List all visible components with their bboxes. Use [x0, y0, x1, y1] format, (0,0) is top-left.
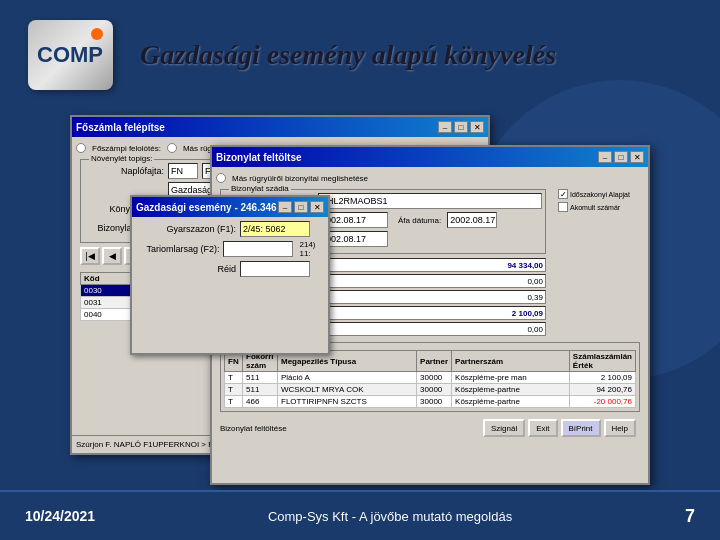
cell-fn: T: [225, 396, 243, 408]
window-front-maximize[interactable]: □: [614, 151, 628, 163]
window-small-content: Gyarszazon (F1): 2/45: 5062 Tariomlarsag…: [132, 217, 328, 284]
naplofajta-label: Naplófajta:: [84, 166, 164, 176]
cell-partner: 30000: [417, 372, 452, 384]
gyarszazon-input[interactable]: 2/45: 5062: [240, 221, 310, 237]
window-small-controls: – □ ✕: [278, 201, 324, 213]
cell-ertek: 94 200,76: [569, 384, 635, 396]
cell-ertek: -20 000,76: [569, 396, 635, 408]
gyarszazon-label: Gyarszazon (F1):: [136, 224, 236, 234]
main-content: Főszámla felépítse – □ ✕ Főszámpi feloló…: [0, 110, 720, 490]
window-front-minimize[interactable]: –: [598, 151, 612, 163]
cell-tipus: WCSKOLT MRYA COK: [278, 384, 417, 396]
bizonylat-feltol-label: Bizonylat feltöltése: [220, 424, 287, 433]
window-front-title: Bizonylat feltöltse: [216, 152, 302, 163]
status-text-back: Szúrjon F. NAPLÓ F1UPFERKNOI > FN...: [76, 440, 226, 449]
footer-page-number: 7: [685, 506, 695, 527]
footer-tagline: Comp-Sys Kft - A jövőbe mutató megoldás: [268, 509, 512, 524]
szignal-button[interactable]: Szignál: [483, 419, 525, 437]
action-area: Bizonylat feltöltése Szignál Exit BíPrin…: [220, 416, 640, 440]
window-front-titlebar: Bizonylat feltöltse – □ ✕: [212, 147, 648, 167]
window-back-maximize[interactable]: □: [454, 121, 468, 133]
window-small-minimize[interactable]: –: [278, 201, 292, 213]
exit-button[interactable]: Exit: [528, 419, 557, 437]
table-row[interactable]: T 511 Pláció A 30000 Köszpléme-pre man 2…: [225, 372, 636, 384]
tariomlarsag-label: Tariomlarsag (F2):: [136, 244, 219, 254]
logo-dot: [91, 28, 103, 40]
konyvteleres-front-input[interactable]: PHL2RMAOBS1: [318, 193, 542, 209]
table-row[interactable]: T 511 WCSKOLT MRYA COK 30000 Köszpléme-p…: [225, 384, 636, 396]
windows-area: Főszámla felépítse – □ ✕ Főszámpi feloló…: [70, 115, 650, 485]
front-table: FN Fókörri szám Megapezilés Típusa Partn…: [224, 350, 636, 408]
back-section-title: Növénylét topigs:: [89, 154, 154, 163]
col-szamlaszam: Számlaszámlán Érték: [569, 351, 635, 372]
tariomlarsag-suffix: 214) 11:: [299, 240, 324, 258]
logo-text: COMP: [37, 42, 103, 68]
help-button[interactable]: Help: [604, 419, 636, 437]
window-small: Gazdasági esemény - 246.346 – □ ✕ Gyarsz…: [130, 195, 330, 355]
cell-partner: 30000: [417, 384, 452, 396]
cell-pszam: Köszpléme-partne: [452, 396, 570, 408]
front-right-checkboxes: ✓ Időszakonyi Alapjat Akomult számár: [554, 185, 644, 340]
cell-szam: 511: [243, 372, 278, 384]
nav-first-back[interactable]: |◀: [80, 247, 100, 265]
window-front-controls: – □ ✕: [598, 151, 644, 163]
naplofajta-input[interactable]: FN: [168, 163, 198, 179]
front-table-container: FN Fókörri szám Megapezilés Típusa Partn…: [224, 346, 636, 408]
reid-input[interactable]: [240, 261, 310, 277]
logo-box: COMP: [28, 20, 113, 90]
radio-front-1[interactable]: [216, 173, 226, 183]
form-row-reid: Réid: [136, 261, 324, 277]
cell-tipus: Pláció A: [278, 372, 417, 384]
radio-naplofajta-label: Főszámpi felolótés:: [92, 144, 161, 153]
radio-front-1-label: Más rügryülről bizonyítai meglishetése: [232, 174, 368, 183]
reid-label: Réid: [136, 264, 236, 274]
btn-row-front: Szignál Exit BíPrint Help: [483, 419, 636, 437]
checkbox-akomult: Akomult számár: [558, 202, 640, 212]
biprint-button[interactable]: BíPrint: [561, 419, 601, 437]
checkbox-idoszak-box[interactable]: ✓: [558, 189, 568, 199]
page-title: Gazdasági esemény alapú könyvelés: [140, 39, 556, 71]
logo-area: COMP: [20, 15, 120, 95]
checkbox-idoszak: ✓ Időszakonyi Alapjat: [558, 189, 640, 199]
cell-ertek: 2 100,09: [569, 372, 635, 384]
col-partnerszam: Partnerszám: [452, 351, 570, 372]
window-small-close[interactable]: ✕: [310, 201, 324, 213]
footer-date: 10/24/2021: [25, 508, 95, 524]
cell-pszam: Köszpléme-partne: [452, 384, 570, 396]
cell-szam: 466: [243, 396, 278, 408]
cell-fn: T: [225, 384, 243, 396]
window-front-close[interactable]: ✕: [630, 151, 644, 163]
window-back-minimize[interactable]: –: [438, 121, 452, 133]
window-small-title: Gazdasági esemény - 246.346: [136, 202, 277, 213]
radio-bizonyali[interactable]: [167, 143, 177, 153]
window-back-close[interactable]: ✕: [470, 121, 484, 133]
radio-naplofajta[interactable]: [76, 143, 86, 153]
ado-datum-input[interactable]: 2002.08.17: [447, 212, 497, 228]
table-row[interactable]: T 466 FLOTTIRIPNFN SZCTS 30000 Köszpléme…: [225, 396, 636, 408]
form-row-tariomlarsag: Tariomlarsag (F2): 214) 11:: [136, 240, 324, 258]
bottom-bar: 10/24/2021 Comp-Sys Kft - A jövőbe mutat…: [0, 490, 720, 540]
header: COMP Gazdasági esemény alapú könyvelés: [0, 0, 720, 110]
window-back-titlebar: Főszámla felépítse – □ ✕: [72, 117, 488, 137]
tariomlarsag-input[interactable]: [223, 241, 293, 257]
col-partner: Partner: [417, 351, 452, 372]
cell-szam: 511: [243, 384, 278, 396]
form-row-gyarszazon: Gyarszazon (F1): 2/45: 5062: [136, 221, 324, 237]
cell-pszam: Köszpléme-pre man: [452, 372, 570, 384]
nav-prev-back[interactable]: ◀: [102, 247, 122, 265]
bizonylat-section-title: Bizonylat szádia: [229, 184, 291, 193]
cell-tipus: FLOTTIRIPNFN SZCTS: [278, 396, 417, 408]
window-back-controls: – □ ✕: [438, 121, 484, 133]
checkbox-akomult-label: Akomult számár: [570, 204, 620, 211]
window-back-title: Főszámla felépítse: [76, 122, 165, 133]
cell-fn: T: [225, 372, 243, 384]
radio-row-front: Más rügryülről bizonyítai meglishetése: [216, 173, 644, 183]
checkbox-akomult-box[interactable]: [558, 202, 568, 212]
window-small-maximize[interactable]: □: [294, 201, 308, 213]
cell-partner: 30000: [417, 396, 452, 408]
window-small-titlebar: Gazdasági esemény - 246.346 – □ ✕: [132, 197, 328, 217]
checkbox-idoszak-label: Időszakonyi Alapjat: [570, 191, 630, 198]
ado-datum-label: Áfa dátuma:: [398, 216, 441, 225]
